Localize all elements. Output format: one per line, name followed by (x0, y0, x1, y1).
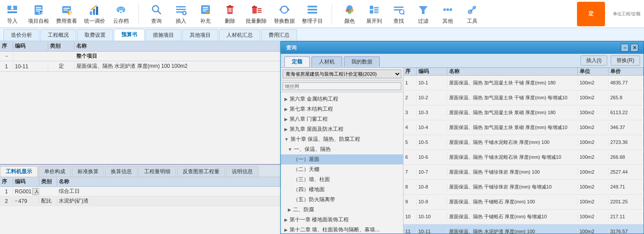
expand-icon (367, 3, 381, 17)
toolbar-insert-label: 插入 (176, 17, 186, 25)
divider1 (138, 3, 139, 24)
toolbar-other-label: 其他 (442, 17, 453, 25)
fixed-quota-label: 定 (588, 10, 594, 17)
toolbar-expand[interactable]: 展开到 (365, 3, 383, 25)
svg-point-56 (348, 10, 351, 14)
toolbar-batch-delete[interactable]: 批量删除 (246, 3, 267, 25)
svg-rect-61 (374, 10, 379, 11)
other-icon (441, 3, 455, 17)
delete-icon (223, 3, 237, 17)
toolbar-import[interactable]: 导入 (4, 3, 21, 25)
tab-measures[interactable]: 措施项目 (145, 29, 181, 41)
svg-point-70 (449, 8, 452, 11)
toolbar-replace-data-label: 替换数据 (274, 17, 295, 25)
svg-rect-47 (258, 12, 262, 13)
svg-rect-60 (374, 9, 379, 10)
dialog-overlay (0, 41, 644, 234)
main-area: 序 编码 类别 名称 单位 工程量表达式 含量 工程量 － 整个项目 1 10-… (0, 41, 644, 234)
toolbar-find[interactable]: 查找 (390, 3, 407, 25)
toolbar-self-check[interactable]: ✓ 项目自检 (28, 3, 49, 25)
svg-point-23 (152, 6, 159, 12)
toolbar-delete[interactable]: 删除 (221, 3, 239, 25)
svg-rect-59 (374, 7, 379, 8)
toolbar-insert[interactable]: 插入 (172, 3, 190, 25)
color-icon (343, 3, 357, 17)
import-icon (5, 3, 19, 17)
toolbar-tools-label: 工具 (467, 17, 478, 25)
svg-marker-67 (419, 6, 428, 14)
svg-rect-44 (253, 6, 255, 7)
self-check-icon: ✓ (32, 3, 46, 17)
svg-text:$: $ (69, 10, 72, 16)
toolbar-filter-label: 过滤 (418, 17, 428, 25)
fixed-quota-btn[interactable]: 定 (577, 2, 605, 26)
toolbar-other[interactable]: 其他 (439, 3, 456, 25)
toolbar-replace-data[interactable]: 替换数据 (274, 3, 295, 25)
toolbar-filter[interactable]: 过滤 (414, 3, 432, 25)
unified-price-icon (88, 3, 102, 17)
toolbar-tools[interactable]: 工具 (464, 3, 481, 25)
svg-rect-36 (206, 12, 209, 13)
svg-rect-5 (36, 7, 41, 8)
toolbar-fee-check[interactable]: $ 费用查看 (56, 3, 77, 25)
divider2 (332, 3, 332, 24)
svg-rect-46 (258, 10, 262, 11)
tab-cost-analysis[interactable]: 造价分析 (4, 29, 39, 41)
svg-marker-49 (279, 8, 281, 11)
toolbar-unified-price-label: 统一调价 (84, 17, 105, 25)
toolbar-fee-check-label: 费用查看 (56, 17, 77, 25)
svg-rect-11 (64, 8, 70, 9)
cloud-archive-icon (114, 3, 128, 17)
main-tabbar: 造价分析 工程概况 取费设置 预算书 措施项目 其他项目 人材机汇总 费用汇总 (0, 28, 644, 41)
svg-rect-63 (394, 7, 403, 8)
insert-icon (174, 3, 188, 17)
svg-point-20 (120, 7, 125, 11)
tab-labor-material-summary[interactable]: 人材机汇总 (219, 29, 260, 41)
svg-point-69 (446, 8, 449, 11)
tab-fee-settings[interactable]: 取费设置 (77, 29, 113, 41)
toolbar-self-check-label: 项目自检 (28, 17, 49, 25)
svg-text:✓: ✓ (40, 9, 45, 15)
organize-sub-icon (305, 3, 319, 17)
toolbar-delete-label: 删除 (225, 17, 235, 25)
tab-fee-summary[interactable]: 费用汇总 (261, 29, 297, 41)
replace-data-icon (277, 3, 291, 17)
svg-rect-45 (258, 8, 262, 9)
svg-rect-40 (229, 8, 230, 12)
svg-rect-39 (229, 5, 231, 7)
toolbar-query-label: 查询 (151, 17, 162, 25)
toolbar-expand-label: 展开到 (366, 17, 382, 25)
svg-rect-3 (11, 6, 13, 9)
toolbar-cloud-archive-label: 云存档 (113, 17, 129, 25)
svg-rect-16 (93, 9, 95, 15)
toolbar-unified-price[interactable]: 统一调价 (84, 3, 105, 25)
tools-icon (465, 3, 479, 17)
tab-budget-book[interactable]: 预算书 (114, 29, 145, 41)
toolbar-color[interactable]: 颜色 (341, 3, 358, 25)
fixed-quota-sub-label: 单位工程/定额 (613, 11, 640, 17)
toolbar-query[interactable]: 查询 (148, 3, 165, 25)
toolbar-supplement-label: 补充 (200, 17, 211, 25)
svg-rect-50 (308, 6, 317, 7)
query-icon (149, 3, 163, 17)
svg-rect-41 (230, 8, 231, 12)
svg-line-24 (158, 11, 161, 14)
tab-other-items[interactable]: 其他项目 (182, 29, 218, 41)
batch-delete-icon (249, 3, 263, 17)
svg-rect-17 (96, 7, 98, 15)
toolbar-organize-sub[interactable]: 整理子目 (302, 3, 323, 25)
toolbar-batch-delete-label: 批量删除 (246, 17, 267, 25)
supplement-icon (198, 3, 212, 17)
find-icon (392, 3, 406, 17)
svg-rect-51 (308, 9, 317, 10)
fee-check-icon: $ (60, 3, 74, 17)
svg-rect-62 (374, 12, 379, 13)
toolbar-supplement[interactable]: 补充 (197, 3, 214, 25)
svg-rect-52 (308, 12, 317, 14)
svg-rect-12 (64, 10, 68, 10)
svg-rect-58 (370, 10, 373, 14)
tab-project-overview[interactable]: 工程概况 (40, 29, 76, 41)
svg-point-68 (443, 8, 446, 11)
svg-rect-57 (370, 6, 373, 9)
toolbar-cloud-archive[interactable]: 云存档 (112, 3, 130, 25)
